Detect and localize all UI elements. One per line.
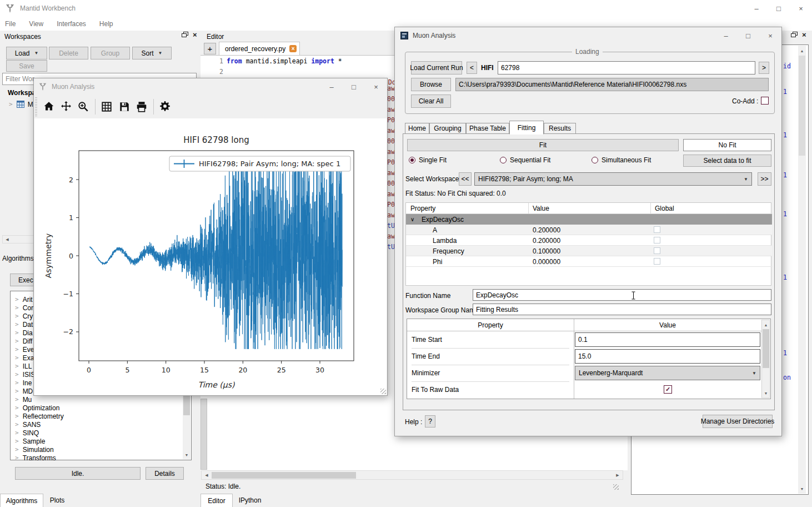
resize-grip[interactable] [613, 484, 619, 490]
minimize-button[interactable]: – [715, 28, 737, 44]
algorithm-category[interactable]: >Arit [15, 295, 33, 304]
time-start-input[interactable]: 0.1 [575, 332, 760, 347]
gear-icon[interactable] [159, 101, 171, 113]
algorithm-category[interactable]: >Transforms [15, 454, 56, 462]
close-button[interactable]: × [365, 79, 387, 95]
save-button[interactable]: Save [6, 60, 47, 72]
clear-all-button[interactable]: Clear All [411, 95, 451, 108]
manage-user-directories-button[interactable]: Manage User Directories [703, 415, 773, 428]
parameter-value[interactable]: 0.200000 [533, 235, 560, 246]
muon-asymmetry-plot[interactable]: 051015202530−2−1012HIFI 62798 longTime (… [34, 118, 387, 395]
workspace-tree-item[interactable]: > M [9, 100, 33, 108]
pan-icon[interactable] [60, 101, 72, 113]
algorithm-category[interactable]: >SANS [15, 420, 41, 429]
load-button[interactable]: Load▼ [6, 47, 47, 59]
tab-phase-table[interactable]: Phase Table [466, 123, 509, 134]
tab-grouping[interactable]: Grouping [429, 123, 466, 134]
algorithm-category[interactable]: >Reflectometry [15, 412, 64, 420]
global-checkbox[interactable] [654, 247, 660, 254]
print-icon[interactable] [136, 101, 148, 113]
algorithm-category[interactable]: >Exa [15, 354, 34, 362]
maximize-button[interactable]: □ [737, 28, 759, 44]
collapse-chevron-icon[interactable]: ∨ [410, 214, 414, 225]
tab-home[interactable]: Home [405, 123, 429, 134]
close-button[interactable]: × [759, 28, 781, 44]
workspace-prev-button[interactable]: << [459, 172, 472, 186]
parameter-value[interactable]: 0.000000 [533, 256, 560, 267]
algorithm-category[interactable]: >ISIS [15, 370, 35, 379]
scroll-right-icon[interactable]: ▶ [614, 471, 621, 479]
algorithm-category[interactable]: >Optimization [15, 404, 59, 412]
next-run-button[interactable]: > [759, 62, 769, 74]
global-checkbox[interactable] [654, 237, 660, 243]
minimize-button[interactable]: – [745, 1, 768, 17]
algorithm-category[interactable]: >ILL [15, 362, 32, 370]
scroll-left-icon[interactable]: ◀ [4, 236, 11, 243]
workspace-next-button[interactable]: >> [758, 172, 771, 186]
algorithm-category[interactable]: >SINQ [15, 429, 39, 437]
menu-file[interactable]: File [5, 20, 16, 28]
fit-function-table[interactable]: Property Value Global ∨ ExpDecayOsc A 0.… [405, 202, 771, 286]
sequential-fit-radio[interactable] [500, 157, 507, 163]
parameter-row[interactable]: A 0.200000 [406, 225, 772, 235]
dialog-titlebar[interactable]: Muon Analysis – □ × [395, 27, 781, 44]
settings-vscrollbar[interactable]: ▲ ▼ [761, 320, 770, 398]
algorithm-category[interactable]: >Sample [15, 437, 45, 445]
editor-tab[interactable]: ordered_recovery.py × [219, 42, 300, 55]
expand-chevron-icon[interactable]: > [9, 101, 13, 108]
time-end-input[interactable]: 15.0 [575, 349, 760, 364]
algorithm-category[interactable]: >Simulation [15, 445, 54, 454]
parameter-value[interactable]: 0.200000 [533, 225, 560, 235]
algorithm-category[interactable]: >Dat [15, 320, 33, 329]
minimizer-combo[interactable]: Levenberg-Marquardt▼ [575, 366, 760, 380]
single-fit-radio[interactable] [409, 157, 415, 163]
select-data-to-fit-button[interactable]: Select data to fit [683, 155, 771, 167]
fit-to-raw-data-checkbox[interactable]: ✓ [664, 385, 672, 394]
muon-analysis-dialog[interactable]: Muon Analysis – □ × Loading Load Current… [394, 27, 782, 436]
close-tab-icon[interactable]: × [289, 45, 297, 52]
scroll-up-icon[interactable]: ▲ [763, 321, 769, 328]
algorithm-progress-button[interactable]: Idle. [15, 467, 141, 480]
menu-view[interactable]: View [29, 20, 43, 28]
browse-button[interactable]: Browse [411, 78, 451, 91]
main-titlebar[interactable]: Mantid Workbench – □ × [0, 0, 812, 17]
help-button[interactable]: ? [425, 415, 435, 428]
tab-fitting[interactable]: Fitting [509, 121, 544, 135]
scroll-down-icon[interactable]: ▼ [763, 390, 769, 396]
scroll-up-icon[interactable]: ▲ [799, 47, 805, 54]
new-script-button[interactable]: + [204, 43, 216, 54]
scroll-down-icon[interactable]: ▼ [183, 451, 190, 458]
load-current-run-button[interactable]: Load Current Run [411, 61, 462, 74]
group-button[interactable]: Group [91, 47, 130, 59]
global-checkbox[interactable] [654, 226, 660, 233]
save-icon[interactable] [118, 101, 131, 113]
tab-plots[interactable]: Plots [43, 494, 71, 507]
workspace-combo[interactable]: HIFI62798; Pair Asym; long; MA▼ [474, 172, 752, 186]
simultaneous-fit-radio[interactable] [592, 157, 598, 163]
tab-editor[interactable]: Editor [201, 494, 233, 507]
algorithm-category[interactable]: >Cry [15, 312, 33, 320]
close-dock-icon[interactable]: × [193, 32, 197, 38]
algorithm-category[interactable]: >Ine [15, 379, 32, 387]
algorithm-category[interactable]: >Dia [15, 329, 33, 337]
algorithm-category[interactable]: >MD [15, 387, 33, 395]
function-group-row[interactable]: ∨ ExpDecayOsc [406, 214, 772, 225]
algorithm-category[interactable]: >Eve [15, 345, 34, 354]
menu-help[interactable]: Help [99, 20, 113, 28]
parameter-row[interactable]: Lambda 0.200000 [406, 235, 772, 246]
no-fit-button[interactable]: No Fit [683, 139, 771, 151]
scroll-down-icon[interactable]: ▼ [799, 485, 805, 492]
menu-interfaces[interactable]: Interfaces [57, 20, 86, 28]
algorithm-category[interactable]: >Cor [15, 304, 33, 312]
global-checkbox[interactable] [654, 258, 660, 265]
algorithm-category[interactable]: >Mu [15, 395, 32, 404]
algorithm-category[interactable]: >Diff [15, 337, 32, 345]
tab-ipython[interactable]: IPython [233, 494, 267, 507]
plot-window[interactable]: Muon Analysis – □ × 051015202530−2−1012H… [33, 78, 388, 396]
plot-window-resize-grip[interactable] [380, 389, 386, 394]
scroll-left-icon[interactable]: ◀ [203, 471, 210, 479]
minimize-button[interactable]: – [320, 79, 343, 95]
co-add-checkbox[interactable] [761, 97, 769, 105]
fit-settings-table[interactable]: Property Value Time Start 0.1 Time End 1… [407, 319, 771, 399]
workspace-group-name-input[interactable]: Fitting Results [473, 304, 771, 315]
